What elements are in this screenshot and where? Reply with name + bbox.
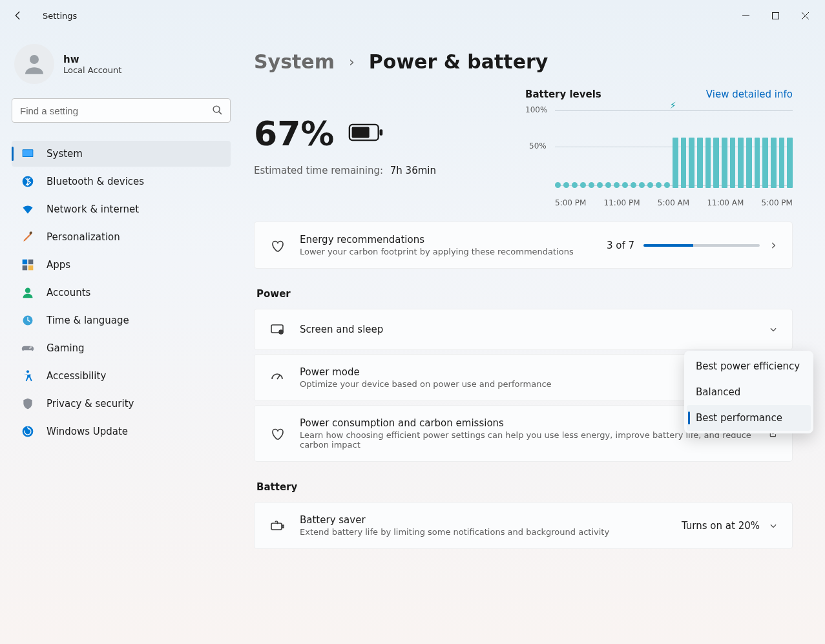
sidebar: hw Local Account System Bluetooth & devi… [0, 31, 242, 644]
svg-rect-10 [28, 265, 34, 271]
chevron-down-icon [769, 325, 778, 334]
chart-bar [787, 138, 793, 188]
bluetooth-icon [21, 174, 35, 189]
battery-levels-title: Battery levels [525, 88, 601, 100]
svg-point-15 [26, 370, 29, 373]
sidebar-item-gaming[interactable]: Gaming [12, 335, 231, 361]
chart-bar [730, 138, 736, 188]
chart-point [572, 182, 578, 188]
view-detailed-link[interactable]: View detailed info [706, 88, 793, 100]
sidebar-item-apps[interactable]: Apps [12, 252, 231, 278]
account-subtitle: Local Account [63, 65, 121, 75]
chart-bar [697, 138, 703, 188]
battery-saver-value: Turns on at 20% [682, 520, 760, 532]
svg-point-14 [30, 346, 32, 348]
sidebar-item-accessibility[interactable]: Accessibility [12, 363, 231, 389]
update-icon [21, 424, 35, 439]
titlebar: Settings [0, 0, 825, 31]
window-minimize-button[interactable] [731, 5, 760, 26]
x-tick: 5:00 PM [555, 198, 586, 207]
card-title: Screen and sleep [300, 324, 755, 335]
svg-point-2 [213, 106, 220, 112]
breadcrumb: System › Power & battery [254, 50, 793, 73]
card-title: Energy recommendations [300, 234, 592, 245]
card-subtitle: Extend battery life by limiting some not… [300, 527, 667, 537]
chart-point [614, 182, 620, 188]
screen-sleep-card[interactable]: Screen and sleep [254, 309, 793, 350]
chevron-right-icon: › [349, 54, 355, 70]
accessibility-icon [21, 369, 35, 383]
window-close-button[interactable] [790, 5, 820, 26]
nav: System Bluetooth & devices Network & int… [12, 141, 231, 444]
avatar [14, 44, 54, 84]
search-input[interactable] [12, 98, 231, 123]
sidebar-item-bluetooth[interactable]: Bluetooth & devices [12, 169, 231, 194]
screen-sleep-icon [269, 321, 286, 338]
main-content: System › Power & battery 67% Estimated t… [242, 31, 825, 644]
battery-saver-card[interactable]: Battery saver Extend battery life by lim… [254, 502, 793, 549]
account-card[interactable]: hw Local Account [12, 44, 231, 84]
estimate-label: Estimated time remaining: [254, 165, 383, 176]
svg-rect-0 [772, 12, 778, 19]
chart-point [555, 182, 561, 188]
power-mode-icon [269, 369, 286, 386]
sidebar-item-label: Windows Update [47, 426, 128, 437]
search-icon [212, 105, 223, 116]
svg-point-1 [30, 55, 39, 64]
chevron-down-icon [769, 521, 778, 530]
sidebar-item-privacy[interactable]: Privacy & security [12, 391, 231, 417]
leaf-heart-icon [269, 237, 286, 254]
battery-levels-chart: 100% 50% ⚡ 5:00 PM 11:00 PM 5:00 AM 11:0… [525, 104, 793, 207]
accounts-icon [21, 286, 35, 300]
chart-bar [771, 138, 777, 188]
chart-bar [738, 138, 744, 188]
back-button[interactable] [5, 3, 31, 28]
sidebar-item-windows-update[interactable]: Windows Update [12, 419, 231, 444]
sidebar-item-system[interactable]: System [12, 141, 231, 167]
x-tick: 11:00 PM [604, 198, 640, 207]
sidebar-item-label: Personalization [47, 231, 120, 243]
apps-icon [21, 258, 35, 272]
chart-bar [779, 138, 785, 188]
chart-bar [713, 138, 719, 188]
sidebar-item-time-language[interactable]: Time & language [12, 307, 231, 333]
search-box [12, 98, 231, 123]
sidebar-item-network[interactable]: Network & internet [12, 196, 231, 222]
sidebar-item-accounts[interactable]: Accounts [12, 280, 231, 306]
breadcrumb-root[interactable]: System [254, 50, 335, 73]
power-mode-option-efficiency[interactable]: Best power efficiency [687, 353, 811, 379]
chart-bar [746, 138, 752, 188]
account-name: hw [63, 54, 121, 65]
battery-icon [348, 121, 384, 147]
energy-recommendations-card[interactable]: Energy recommendations Lower your carbon… [254, 222, 793, 269]
wifi-icon [21, 202, 35, 216]
svg-rect-19 [352, 127, 370, 138]
power-mode-option-balanced[interactable]: Balanced [687, 379, 811, 405]
sidebar-item-label: Time & language [47, 315, 129, 326]
chart-bar [762, 138, 768, 188]
chart-point [656, 182, 662, 188]
svg-rect-7 [23, 260, 28, 265]
x-tick: 5:00 PM [762, 198, 793, 207]
chart-point [589, 182, 594, 188]
gamepad-icon [21, 341, 35, 355]
chart-point [622, 182, 628, 188]
svg-rect-4 [23, 150, 33, 156]
window-maximize-button[interactable] [760, 5, 790, 26]
y-tick-50: 50% [529, 141, 547, 151]
power-mode-dropdown: Best power efficiency Balanced Best perf… [684, 351, 813, 433]
energy-progress [643, 244, 760, 247]
x-tick: 11:00 AM [707, 198, 744, 207]
sidebar-item-label: Gaming [47, 342, 85, 354]
sidebar-item-label: Apps [47, 259, 70, 271]
svg-rect-9 [23, 265, 28, 271]
power-mode-option-performance[interactable]: Best performance [687, 405, 811, 431]
brush-icon [21, 230, 35, 244]
svg-rect-18 [380, 129, 383, 135]
svg-rect-22 [271, 523, 282, 530]
chart-bar [673, 138, 678, 188]
card-title: Battery saver [300, 514, 667, 526]
sidebar-item-personalization[interactable]: Personalization [12, 224, 231, 250]
sidebar-item-label: System [47, 148, 83, 160]
svg-rect-8 [28, 260, 34, 265]
